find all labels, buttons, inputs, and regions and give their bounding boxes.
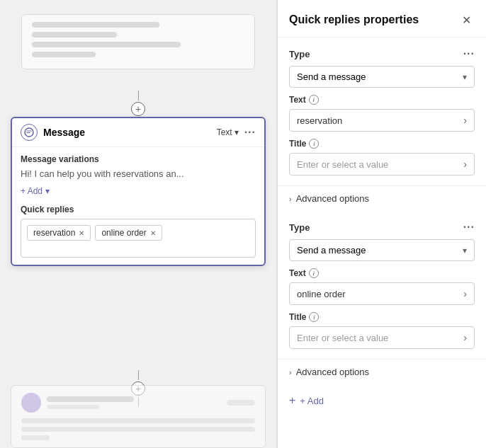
section1-text-arrow-icon: › bbox=[463, 115, 467, 126]
section1-text-label: Text i bbox=[289, 95, 475, 105]
section1-text-info-icon: i bbox=[309, 95, 319, 105]
quick-replies-label: Quick replies bbox=[21, 205, 256, 214]
panel-section-2: Type ··· Send a message ▾ Text i online … bbox=[278, 211, 486, 360]
section2-text-info-icon: i bbox=[309, 268, 319, 278]
chevron-down-icon: ▾ bbox=[463, 72, 467, 82]
section1-title-info-icon: i bbox=[309, 139, 319, 149]
section2-type-label: Type bbox=[289, 222, 310, 233]
section2-title-field[interactable]: Enter or select a value › bbox=[289, 326, 475, 349]
variations-label: Message variations bbox=[21, 154, 256, 164]
add-section-button[interactable]: + + Add bbox=[278, 384, 486, 417]
section2-header-row: Type ··· bbox=[289, 221, 475, 234]
canvas-area: + Message Text ▾ ··· Message variations … bbox=[0, 0, 277, 448]
section1-title-arrow-icon: › bbox=[463, 159, 467, 170]
message-card-header: Message Text ▾ ··· bbox=[12, 118, 264, 147]
add-variation-button[interactable]: + Add ▾ bbox=[21, 185, 50, 197]
section2-title-label: Title i bbox=[289, 312, 475, 322]
panel-close-button[interactable]: ✕ bbox=[458, 11, 475, 28]
quick-reply-tag-online-order: online order ✕ bbox=[95, 225, 162, 241]
section1-text-field[interactable]: reservation › bbox=[289, 109, 475, 132]
message-type-badge[interactable]: Text ▾ bbox=[217, 127, 239, 137]
section1-title-label: Title i bbox=[289, 139, 475, 149]
advanced-options-1[interactable]: › Advanced options bbox=[278, 186, 486, 211]
quick-replies-container: reservation ✕ online order ✕ bbox=[21, 219, 256, 258]
section1-header-row: Type ··· bbox=[289, 47, 475, 60]
chevron-right-icon-1: › bbox=[289, 195, 292, 203]
panel-title: Quick replies properties bbox=[289, 13, 419, 26]
top-blurred-card bbox=[21, 14, 255, 69]
section2-type-select[interactable]: Send a message ▾ bbox=[289, 239, 475, 261]
bottom-blurred-card bbox=[11, 385, 266, 448]
quick-reply-tag-reservation: reservation ✕ bbox=[27, 225, 91, 241]
plus-icon: + bbox=[289, 394, 295, 407]
message-more-button[interactable]: ··· bbox=[244, 126, 256, 139]
section2-title-info-icon: i bbox=[309, 312, 319, 322]
section1-more-button[interactable]: ··· bbox=[463, 47, 475, 60]
chevron-down-icon-2: ▾ bbox=[463, 246, 467, 255]
message-card-body: Message variations Hi! I can help you wi… bbox=[12, 147, 264, 265]
add-connector-top[interactable]: + bbox=[131, 102, 145, 116]
tag-close-online-order[interactable]: ✕ bbox=[150, 229, 156, 237]
tag-close-reservation[interactable]: ✕ bbox=[79, 229, 84, 237]
section1-title-field[interactable]: Enter or select a value › bbox=[289, 153, 475, 176]
variation-text: Hi! I can help you with reservations an.… bbox=[21, 168, 256, 179]
message-icon bbox=[21, 124, 38, 141]
message-card-title: Message bbox=[43, 127, 211, 138]
section1-type-select[interactable]: Send a message ▾ bbox=[289, 66, 475, 88]
section2-title-arrow-icon: › bbox=[463, 332, 467, 343]
right-panel: Quick replies properties ✕ Type ··· Send… bbox=[277, 0, 486, 448]
chevron-right-icon-2: › bbox=[289, 368, 292, 377]
section2-text-label: Text i bbox=[289, 268, 475, 278]
section2-text-arrow-icon: › bbox=[463, 288, 467, 299]
message-card: Message Text ▾ ··· Message variations Hi… bbox=[11, 117, 266, 266]
panel-header: Quick replies properties ✕ bbox=[278, 0, 486, 38]
section2-more-button[interactable]: ··· bbox=[463, 221, 475, 234]
panel-section-1: Type ··· Send a message ▾ Text i reserva… bbox=[278, 38, 486, 186]
section1-type-label: Type bbox=[289, 49, 310, 59]
section2-text-field[interactable]: online order › bbox=[289, 282, 475, 305]
advanced-options-2[interactable]: › Advanced options bbox=[278, 360, 486, 384]
